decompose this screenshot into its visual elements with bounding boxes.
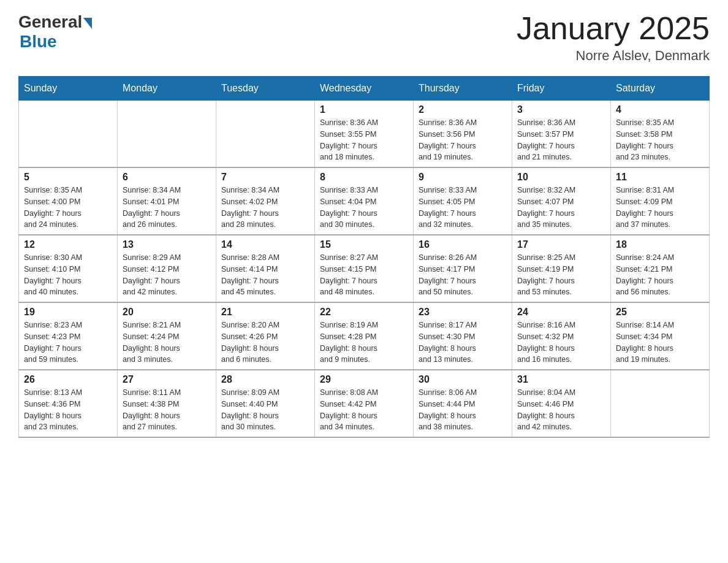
day-number: 12	[24, 239, 112, 250]
calendar-cell-3-7: 18Sunrise: 8:24 AM Sunset: 4:21 PM Dayli…	[611, 235, 710, 302]
calendar-header-wednesday: Wednesday	[315, 77, 414, 101]
day-info: Sunrise: 8:11 AM Sunset: 4:38 PM Dayligh…	[123, 387, 211, 433]
day-number: 20	[123, 307, 211, 318]
calendar-cell-1-2	[118, 101, 216, 168]
day-number: 3	[517, 104, 605, 115]
day-info: Sunrise: 8:19 AM Sunset: 4:28 PM Dayligh…	[320, 320, 408, 366]
day-number: 7	[221, 172, 309, 183]
calendar-cell-5-6: 31Sunrise: 8:04 AM Sunset: 4:46 PM Dayli…	[512, 370, 611, 437]
day-info: Sunrise: 8:09 AM Sunset: 4:40 PM Dayligh…	[221, 387, 309, 433]
day-info: Sunrise: 8:34 AM Sunset: 4:01 PM Dayligh…	[123, 185, 211, 231]
day-number: 13	[123, 239, 211, 250]
calendar-cell-4-5: 23Sunrise: 8:17 AM Sunset: 4:30 PM Dayli…	[414, 302, 512, 370]
day-info: Sunrise: 8:21 AM Sunset: 4:24 PM Dayligh…	[123, 320, 211, 366]
calendar-cell-1-5: 2Sunrise: 8:36 AM Sunset: 3:56 PM Daylig…	[414, 101, 512, 168]
day-info: Sunrise: 8:29 AM Sunset: 4:12 PM Dayligh…	[123, 252, 211, 298]
day-number: 26	[24, 374, 112, 385]
day-info: Sunrise: 8:30 AM Sunset: 4:10 PM Dayligh…	[24, 252, 112, 298]
calendar-cell-5-5: 30Sunrise: 8:06 AM Sunset: 4:44 PM Dayli…	[414, 370, 512, 437]
calendar-cell-5-4: 29Sunrise: 8:08 AM Sunset: 4:42 PM Dayli…	[315, 370, 414, 437]
day-info: Sunrise: 8:27 AM Sunset: 4:15 PM Dayligh…	[320, 252, 408, 298]
day-info: Sunrise: 8:32 AM Sunset: 4:07 PM Dayligh…	[517, 185, 605, 231]
calendar-header-tuesday: Tuesday	[216, 77, 315, 101]
day-number: 18	[616, 239, 704, 250]
calendar-week-row-3: 12Sunrise: 8:30 AM Sunset: 4:10 PM Dayli…	[19, 235, 710, 302]
day-number: 29	[320, 374, 408, 385]
day-info: Sunrise: 8:20 AM Sunset: 4:26 PM Dayligh…	[221, 320, 309, 366]
day-number: 21	[221, 307, 309, 318]
calendar-header-saturday: Saturday	[611, 77, 710, 101]
day-info: Sunrise: 8:23 AM Sunset: 4:23 PM Dayligh…	[24, 320, 112, 366]
day-info: Sunrise: 8:35 AM Sunset: 3:58 PM Dayligh…	[616, 117, 704, 163]
day-info: Sunrise: 8:17 AM Sunset: 4:30 PM Dayligh…	[419, 320, 507, 366]
day-number: 25	[616, 307, 704, 318]
calendar-cell-2-5: 9Sunrise: 8:33 AM Sunset: 4:05 PM Daylig…	[414, 167, 512, 235]
calendar-week-row-5: 26Sunrise: 8:13 AM Sunset: 4:36 PM Dayli…	[19, 370, 710, 437]
day-info: Sunrise: 8:13 AM Sunset: 4:36 PM Dayligh…	[24, 387, 112, 433]
day-info: Sunrise: 8:35 AM Sunset: 4:00 PM Dayligh…	[24, 185, 112, 231]
day-info: Sunrise: 8:24 AM Sunset: 4:21 PM Dayligh…	[616, 252, 704, 298]
day-info: Sunrise: 8:26 AM Sunset: 4:17 PM Dayligh…	[419, 252, 507, 298]
day-number: 6	[123, 172, 211, 183]
day-number: 10	[517, 172, 605, 183]
day-info: Sunrise: 8:36 AM Sunset: 3:56 PM Dayligh…	[419, 117, 507, 163]
day-number: 1	[320, 104, 408, 115]
day-number: 14	[221, 239, 309, 250]
day-number: 31	[517, 374, 605, 385]
day-info: Sunrise: 8:28 AM Sunset: 4:14 PM Dayligh…	[221, 252, 309, 298]
calendar-cell-5-1: 26Sunrise: 8:13 AM Sunset: 4:36 PM Dayli…	[19, 370, 118, 437]
day-info: Sunrise: 8:34 AM Sunset: 4:02 PM Dayligh…	[221, 185, 309, 231]
calendar-cell-4-6: 24Sunrise: 8:16 AM Sunset: 4:32 PM Dayli…	[512, 302, 611, 370]
day-number: 22	[320, 307, 408, 318]
calendar-cell-5-7	[611, 370, 710, 437]
logo-blue-text: Blue	[20, 32, 57, 52]
calendar-header-friday: Friday	[512, 77, 611, 101]
day-info: Sunrise: 8:06 AM Sunset: 4:44 PM Dayligh…	[419, 387, 507, 433]
logo: General Blue	[18, 12, 92, 52]
calendar-cell-4-7: 25Sunrise: 8:14 AM Sunset: 4:34 PM Dayli…	[611, 302, 710, 370]
calendar-cell-1-1	[19, 101, 118, 168]
calendar-cell-4-3: 21Sunrise: 8:20 AM Sunset: 4:26 PM Dayli…	[216, 302, 315, 370]
day-info: Sunrise: 8:04 AM Sunset: 4:46 PM Dayligh…	[517, 387, 605, 433]
day-number: 30	[419, 374, 507, 385]
calendar-cell-3-2: 13Sunrise: 8:29 AM Sunset: 4:12 PM Dayli…	[118, 235, 216, 302]
logo-arrow-icon	[83, 18, 92, 29]
calendar-cell-1-6: 3Sunrise: 8:36 AM Sunset: 3:57 PM Daylig…	[512, 101, 611, 168]
calendar-table: SundayMondayTuesdayWednesdayThursdayFrid…	[18, 76, 710, 438]
day-number: 11	[616, 172, 704, 183]
calendar-cell-3-3: 14Sunrise: 8:28 AM Sunset: 4:14 PM Dayli…	[216, 235, 315, 302]
day-number: 24	[517, 307, 605, 318]
day-number: 27	[123, 374, 211, 385]
day-number: 9	[419, 172, 507, 183]
calendar-header-row: SundayMondayTuesdayWednesdayThursdayFrid…	[19, 77, 710, 101]
calendar-cell-4-1: 19Sunrise: 8:23 AM Sunset: 4:23 PM Dayli…	[19, 302, 118, 370]
day-info: Sunrise: 8:25 AM Sunset: 4:19 PM Dayligh…	[517, 252, 605, 298]
calendar-cell-1-3	[216, 101, 315, 168]
month-year-title: January 2025	[517, 12, 710, 44]
calendar-cell-2-1: 5Sunrise: 8:35 AM Sunset: 4:00 PM Daylig…	[19, 167, 118, 235]
calendar-cell-3-4: 15Sunrise: 8:27 AM Sunset: 4:15 PM Dayli…	[315, 235, 414, 302]
calendar-header-monday: Monday	[118, 77, 216, 101]
day-info: Sunrise: 8:33 AM Sunset: 4:04 PM Dayligh…	[320, 185, 408, 231]
calendar-cell-1-7: 4Sunrise: 8:35 AM Sunset: 3:58 PM Daylig…	[611, 101, 710, 168]
calendar-cell-5-2: 27Sunrise: 8:11 AM Sunset: 4:38 PM Dayli…	[118, 370, 216, 437]
page-header: General Blue January 2025 Norre Alslev, …	[18, 12, 710, 64]
day-number: 23	[419, 307, 507, 318]
day-info: Sunrise: 8:14 AM Sunset: 4:34 PM Dayligh…	[616, 320, 704, 366]
calendar-cell-2-7: 11Sunrise: 8:31 AM Sunset: 4:09 PM Dayli…	[611, 167, 710, 235]
logo-general-text: General	[18, 12, 82, 32]
calendar-cell-2-2: 6Sunrise: 8:34 AM Sunset: 4:01 PM Daylig…	[118, 167, 216, 235]
day-number: 8	[320, 172, 408, 183]
location-subtitle: Norre Alslev, Denmark	[517, 48, 710, 64]
day-number: 5	[24, 172, 112, 183]
calendar-header-thursday: Thursday	[414, 77, 512, 101]
calendar-week-row-4: 19Sunrise: 8:23 AM Sunset: 4:23 PM Dayli…	[19, 302, 710, 370]
day-info: Sunrise: 8:08 AM Sunset: 4:42 PM Dayligh…	[320, 387, 408, 433]
calendar-cell-3-1: 12Sunrise: 8:30 AM Sunset: 4:10 PM Dayli…	[19, 235, 118, 302]
calendar-cell-3-6: 17Sunrise: 8:25 AM Sunset: 4:19 PM Dayli…	[512, 235, 611, 302]
calendar-week-row-2: 5Sunrise: 8:35 AM Sunset: 4:00 PM Daylig…	[19, 167, 710, 235]
calendar-cell-5-3: 28Sunrise: 8:09 AM Sunset: 4:40 PM Dayli…	[216, 370, 315, 437]
day-number: 19	[24, 307, 112, 318]
calendar-cell-3-5: 16Sunrise: 8:26 AM Sunset: 4:17 PM Dayli…	[414, 235, 512, 302]
day-number: 15	[320, 239, 408, 250]
